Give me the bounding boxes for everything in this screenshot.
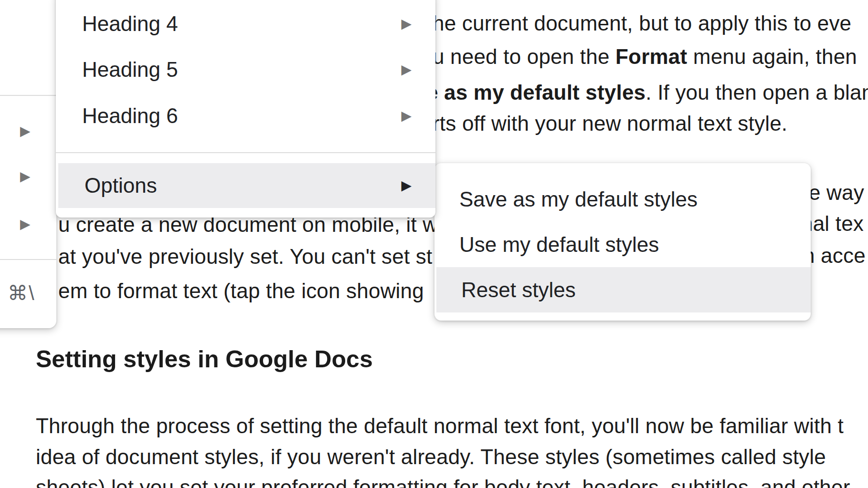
menu-item-label: Options (85, 174, 157, 197)
options-submenu: Save as my default styles Use my default… (434, 163, 811, 321)
menu-separator (0, 95, 56, 96)
submenu-arrow-icon: ▶ (20, 169, 34, 184)
submenu-arrow-icon: ▶ (20, 124, 34, 138)
menu-item-label: Save as my default styles (459, 187, 698, 211)
submenu-arrow-icon: ▶ (401, 179, 412, 192)
doc-text-line: u need to open the Format menu again, th… (433, 43, 857, 70)
doc-text-fragment: le way (804, 179, 864, 206)
doc-text-line: he current document, but to apply this t… (433, 10, 851, 37)
doc-text-line: Through the process of setting the defau… (36, 413, 844, 439)
menu-item-label: Reset styles (461, 278, 576, 302)
doc-text-line: e as my default styles. If you then open… (426, 79, 868, 106)
menu-separator (0, 259, 56, 260)
google-docs-screen: { "colors":{ "menu_bg":"#ffffff", "menu_… (0, 0, 868, 488)
doc-text-line: at you've previously set. You can't set … (58, 243, 432, 270)
menu-item-label: Heading 6 (82, 104, 178, 128)
submenu-arrow-icon: ▶ (401, 63, 412, 76)
menu-item-heading-6[interactable]: Heading 6 ▶ (56, 93, 435, 139)
menu-item-options[interactable]: Options ▶ (58, 163, 435, 208)
doc-text-line: sheets) let you set your preferred forma… (36, 474, 850, 488)
doc-text-line: em to format text (tap the icon showing (58, 278, 424, 304)
doc-text-line: idea of document styles, if you weren't … (36, 444, 826, 470)
menu-item-heading-4[interactable]: Heading 4 ▶ (56, 1, 435, 47)
paragraph-styles-menu: Heading 4 ▶ Heading 5 ▶ Heading 6 ▶ Opti… (56, 0, 435, 218)
menu-item-label: Heading 5 (82, 58, 178, 82)
menu-item-heading-5[interactable]: Heading 5 ▶ (56, 47, 435, 93)
doc-text-line: rts off with your new normal text style. (433, 110, 787, 137)
doc-text-fragment: n acce (803, 242, 866, 269)
menu-separator (56, 152, 435, 153)
menu-item-label: Heading 4 (82, 12, 178, 36)
menu-item-save-default-styles[interactable]: Save as my default styles (434, 177, 811, 222)
format-menu: ▶ ▶ ▶ ⌘\ (0, 0, 56, 328)
submenu-arrow-icon: ▶ (20, 217, 34, 231)
menu-item-use-default-styles[interactable]: Use my default styles (434, 222, 811, 267)
clear-formatting-shortcut: ⌘\ (8, 281, 35, 305)
doc-heading: Setting styles in Google Docs (36, 343, 373, 376)
submenu-arrow-icon: ▶ (401, 109, 412, 123)
menu-item-label: Use my default styles (459, 233, 659, 257)
menu-item-reset-styles[interactable]: Reset styles (436, 267, 811, 312)
submenu-arrow-icon: ▶ (401, 17, 412, 31)
